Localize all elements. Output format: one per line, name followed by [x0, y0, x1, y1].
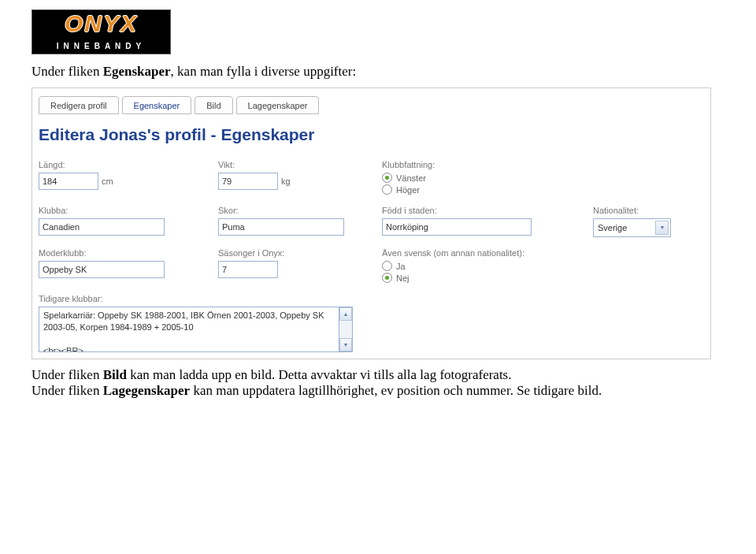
radio-label-yes: Ja: [396, 262, 406, 271]
radio-label-no: Nej: [396, 273, 410, 283]
form-row-3: Moderklubb: Säsonger i Onyx: Även svensk…: [39, 248, 704, 283]
page-title: Editera Jonas's profil - Egenskaper: [39, 125, 704, 144]
label-shoes: Skor:: [218, 206, 360, 215]
chevron-down-icon: ▾: [655, 221, 669, 235]
select-nationality[interactable]: Sverige ▾: [593, 218, 671, 237]
textarea-prev-clubs[interactable]: Spelarkarriär: Oppeby SK 1988-2001, IBK …: [39, 307, 339, 352]
input-born-city[interactable]: [382, 218, 532, 236]
input-length[interactable]: [39, 173, 98, 190]
brand-logo: ONYX INNEBANDY: [32, 9, 171, 54]
radio-label-right: Höger: [396, 185, 420, 195]
textarea-scrollbar[interactable]: ▴ ▾: [339, 307, 353, 352]
input-mother-club[interactable]: [39, 261, 165, 278]
radio-grip-left[interactable]: [382, 173, 392, 183]
form-row-4: Tidigare klubbar: Spelarkarriär: Oppeby …: [39, 294, 704, 352]
label-stick: Klubba:: [39, 206, 196, 215]
input-seasons[interactable]: [218, 261, 278, 278]
label-grip: Klubbfattning:: [382, 160, 435, 169]
intro-paragraph-2: Under fliken Bild kan man ladda upp en b…: [32, 367, 724, 399]
logo-brand-text: ONYX: [32, 12, 170, 35]
intro-1-a: Under fliken: [32, 64, 103, 79]
intro-3-c: kan man uppdatera lagtillhörighet, ev po…: [190, 383, 602, 398]
label-length: Längd:: [39, 160, 196, 169]
intro-2-c: kan man ladda upp en bild. Detta avvakta…: [127, 367, 512, 382]
select-nationality-value: Sverige: [598, 223, 627, 232]
intro-3-b: Lagegenskaper: [103, 383, 191, 398]
intro-2-a: Under fliken: [32, 367, 103, 382]
label-weight: Vikt:: [218, 160, 360, 169]
tab-lagegenskaper[interactable]: Lagegenskaper: [236, 96, 320, 114]
form-row-2: Klubba: Skor: Född i staden: Nationalite…: [39, 206, 704, 237]
intro-1-c: , kan man fylla i diverse uppgifter:: [171, 64, 357, 79]
scroll-down-icon[interactable]: ▾: [339, 338, 352, 351]
label-also-swedish: Även svensk (om annan nationalitet):: [382, 248, 524, 258]
label-born-city: Född i staden:: [382, 206, 571, 215]
radio-label-left: Vänster: [396, 173, 426, 183]
input-weight[interactable]: [218, 173, 278, 190]
input-stick[interactable]: [39, 218, 165, 236]
scroll-up-icon[interactable]: ▴: [339, 307, 352, 321]
label-prev-clubs: Tidigare klubbar:: [39, 294, 704, 303]
label-nationality: Nationalitet:: [593, 206, 671, 215]
tab-bar: Redigera profil Egenskaper Bild Lagegens…: [39, 96, 704, 114]
tab-redigera-profil[interactable]: Redigera profil: [39, 96, 119, 114]
unit-kg: kg: [281, 177, 291, 186]
input-shoes[interactable]: [218, 218, 344, 236]
form-row-1: Längd: cm Vikt: kg Klubbfattning: Vänste…: [39, 160, 704, 195]
intro-2-b: Bild: [103, 367, 127, 382]
label-mother-club: Moderklubb:: [39, 248, 196, 258]
tab-bild[interactable]: Bild: [195, 96, 232, 114]
radio-swedish-yes[interactable]: [382, 261, 392, 271]
intro-paragraph-1: Under fliken Egenskaper, kan man fylla i…: [32, 64, 724, 80]
radio-grip-right[interactable]: [382, 184, 392, 195]
unit-cm: cm: [102, 177, 113, 186]
intro-3-a: Under fliken: [32, 383, 103, 398]
tab-egenskaper[interactable]: Egenskaper: [122, 96, 192, 114]
logo-subline-text: INNEBANDY: [32, 42, 170, 50]
label-seasons: Säsonger i Onyx:: [218, 248, 360, 258]
form-screenshot: Redigera profil Egenskaper Bild Lagegens…: [32, 87, 711, 359]
intro-1-b: Egenskaper: [103, 64, 171, 79]
radio-swedish-no[interactable]: [382, 273, 392, 283]
